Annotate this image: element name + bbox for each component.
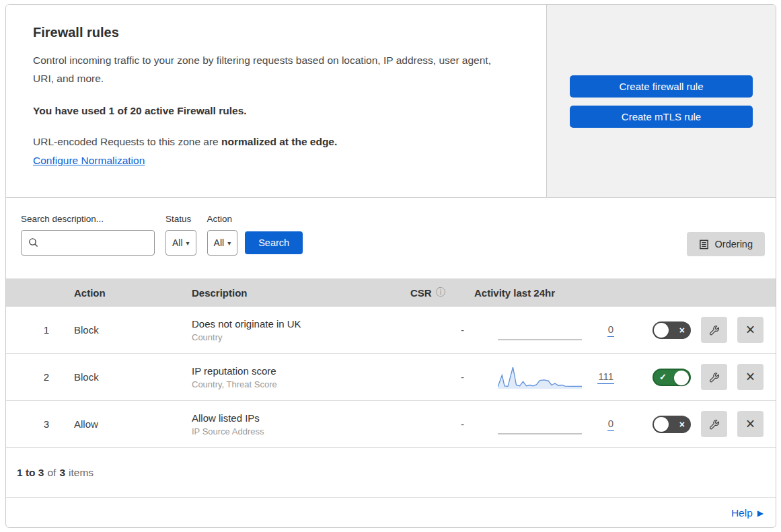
- search-button[interactable]: Search: [245, 231, 303, 254]
- rule-fields: Country, Threat Score: [192, 379, 391, 389]
- normalization-note: URL-encoded Requests to this zone are no…: [33, 136, 519, 148]
- edit-rule-button[interactable]: [701, 364, 727, 390]
- rule-action: Block: [58, 324, 176, 336]
- info-icon[interactable]: ⓘ: [436, 287, 445, 299]
- page-title: Firewall rules: [33, 25, 519, 40]
- activity-chart: [498, 317, 582, 344]
- items-total: 3: [59, 467, 65, 479]
- rule-action: Block: [58, 371, 176, 383]
- activity-chart: [498, 364, 582, 391]
- rule-action: Allow: [58, 418, 176, 430]
- search-input[interactable]: [21, 230, 155, 256]
- page-description: Control incoming traffic to your zone by…: [33, 51, 512, 87]
- rule-csr-value: -: [391, 418, 472, 430]
- action-label: Action: [207, 214, 238, 224]
- firewall-rules-panel: Firewall rules Control incoming traffic …: [5, 4, 776, 528]
- help-bar: Help ▶: [6, 497, 776, 528]
- status-dropdown-value: All: [172, 237, 183, 248]
- rule-enabled-toggle[interactable]: ✓ ×: [653, 321, 691, 339]
- search-label: Search description...: [21, 214, 155, 224]
- close-icon: ×: [746, 416, 755, 432]
- items-of-label: of: [47, 467, 56, 479]
- search-icon: [28, 237, 39, 248]
- delete-rule-button[interactable]: ×: [737, 364, 764, 390]
- edit-rule-button[interactable]: [701, 317, 727, 343]
- rule-description: IP reputation score: [192, 365, 391, 377]
- table-row: 3 Allow Allow listed IPs IP Source Addre…: [6, 401, 776, 448]
- create-firewall-rule-button[interactable]: Create firewall rule: [570, 75, 753, 98]
- header-text-block: Firewall rules Control incoming traffic …: [6, 5, 546, 197]
- list-document-icon: [699, 239, 709, 250]
- toggle-knob: [654, 417, 669, 432]
- x-icon: ×: [679, 324, 685, 335]
- activity-count-link[interactable]: 0: [607, 324, 614, 337]
- table-row: 2 Block IP reputation score Country, Thr…: [6, 354, 776, 401]
- activity-flatline: [498, 339, 582, 340]
- delete-rule-button[interactable]: ×: [737, 411, 764, 437]
- rule-priority: 1: [6, 324, 58, 336]
- table-header: Action Description CSR ⓘ Activity last 2…: [6, 278, 776, 307]
- status-dropdown[interactable]: All ▾: [165, 230, 196, 256]
- action-dropdown[interactable]: All ▾: [207, 230, 238, 256]
- rule-fields: Country: [192, 332, 391, 342]
- rule-description: Allow listed IPs: [192, 412, 391, 424]
- configure-normalization-link[interactable]: Configure Normalization: [33, 155, 145, 167]
- close-icon: ×: [746, 369, 755, 385]
- activity-chart: [498, 411, 582, 438]
- x-icon: ×: [679, 418, 685, 429]
- header-section: Firewall rules Control incoming traffic …: [6, 5, 776, 198]
- column-header-csr: CSR ⓘ: [391, 287, 472, 299]
- rule-enabled-toggle[interactable]: ✓ ×: [653, 416, 691, 433]
- rule-enabled-toggle[interactable]: ✓ ×: [653, 369, 691, 386]
- toggle-knob: [654, 323, 669, 338]
- column-header-action: Action: [58, 287, 176, 299]
- activity-count-link[interactable]: 111: [597, 371, 614, 384]
- rule-priority: 2: [6, 371, 58, 383]
- items-label: items: [69, 467, 94, 479]
- help-link-label: Help: [731, 507, 753, 519]
- actions-panel: Create firewall rule Create mTLS rule: [546, 5, 776, 197]
- usage-summary: You have used 1 of 20 active Firewall ru…: [33, 105, 519, 117]
- rule-fields: IP Source Address: [192, 426, 391, 436]
- column-header-activity: Activity last 24hr: [472, 287, 623, 299]
- action-dropdown-value: All: [214, 237, 225, 248]
- items-range: 1 to 3: [17, 467, 44, 479]
- wrench-icon: [708, 418, 720, 430]
- delete-rule-button[interactable]: ×: [737, 317, 764, 343]
- column-header-description: Description: [176, 287, 391, 299]
- check-icon: ✓: [659, 372, 667, 382]
- rule-priority: 3: [6, 418, 58, 430]
- status-label: Status: [165, 214, 196, 224]
- filter-bar: Search description... Status All ▾ Actio…: [6, 198, 776, 278]
- ordering-button-label: Ordering: [715, 239, 753, 250]
- activity-count-link[interactable]: 0: [607, 418, 614, 431]
- close-icon: ×: [746, 322, 755, 338]
- activity-sparkline: [498, 364, 582, 391]
- edit-rule-button[interactable]: [701, 411, 727, 437]
- help-link[interactable]: Help ▶: [731, 507, 764, 519]
- ordering-button[interactable]: Ordering: [687, 232, 765, 256]
- arrow-right-icon: ▶: [757, 508, 764, 518]
- table-row: 1 Block Does not originate in UK Country…: [6, 307, 776, 354]
- toggle-knob: [674, 371, 689, 385]
- rule-csr-value: -: [391, 371, 472, 383]
- activity-flatline: [498, 433, 582, 434]
- rule-csr-value: -: [391, 324, 472, 336]
- wrench-icon: [708, 371, 720, 383]
- pagination-summary: 1 to 3 of 3 items: [6, 448, 776, 497]
- rule-description: Does not originate in UK: [192, 318, 391, 330]
- wrench-icon: [708, 324, 720, 336]
- chevron-down-icon: ▾: [227, 239, 231, 247]
- create-mtls-rule-button[interactable]: Create mTLS rule: [570, 106, 753, 128]
- chevron-down-icon: ▾: [186, 239, 190, 247]
